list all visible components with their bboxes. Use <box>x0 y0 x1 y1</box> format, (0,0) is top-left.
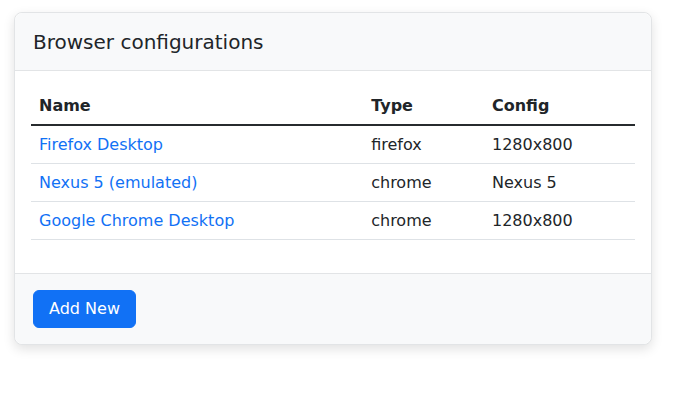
browser-config-table: Name Type Config Firefox Desktop firefox… <box>31 87 635 240</box>
card-header: Browser configurations <box>15 13 651 71</box>
cell-type: chrome <box>363 202 484 240</box>
card-footer: Add New <box>15 273 651 344</box>
page-title: Browser configurations <box>33 29 633 55</box>
config-link-firefox-desktop[interactable]: Firefox Desktop <box>39 135 163 154</box>
config-link-google-chrome-desktop[interactable]: Google Chrome Desktop <box>39 211 234 230</box>
table-row: Google Chrome Desktop chrome 1280x800 <box>31 202 635 240</box>
table-row: Firefox Desktop firefox 1280x800 <box>31 125 635 164</box>
cell-config: 1280x800 <box>484 125 635 164</box>
config-link-nexus-5[interactable]: Nexus 5 (emulated) <box>39 173 197 192</box>
cell-config: 1280x800 <box>484 202 635 240</box>
cell-type: chrome <box>363 164 484 202</box>
cell-type: firefox <box>363 125 484 164</box>
add-new-button[interactable]: Add New <box>33 290 136 328</box>
table-header-row: Name Type Config <box>31 87 635 125</box>
browser-configurations-card: Browser configurations Name Type Config … <box>14 12 652 345</box>
column-header-config: Config <box>484 87 635 125</box>
card-body: Name Type Config Firefox Desktop firefox… <box>15 71 651 273</box>
column-header-name: Name <box>31 87 363 125</box>
cell-config: Nexus 5 <box>484 164 635 202</box>
table-row: Nexus 5 (emulated) chrome Nexus 5 <box>31 164 635 202</box>
column-header-type: Type <box>363 87 484 125</box>
